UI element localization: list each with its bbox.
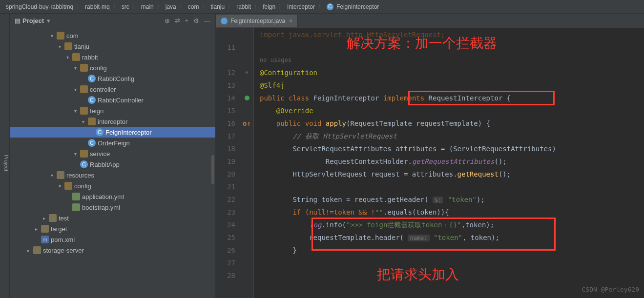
folder-icon xyxy=(49,214,57,222)
tree-item[interactable]: COrderFeign xyxy=(10,138,215,148)
class-icon xyxy=(221,18,228,24)
crumb[interactable]: com xyxy=(188,3,199,10)
tree-item[interactable]: ▸storage-server xyxy=(10,245,215,256)
folder-open-icon xyxy=(80,107,88,115)
locate-icon[interactable]: ⊕ xyxy=(165,17,170,24)
hide-icon[interactable]: — xyxy=(204,17,210,24)
class-icon: C xyxy=(80,160,88,168)
project-title: Project xyxy=(22,17,44,24)
expand-icon[interactable]: ⇄ xyxy=(175,17,180,24)
gutter-marks: ⊖o↑ xyxy=(240,28,254,298)
crumb[interactable]: main xyxy=(141,3,154,10)
tree-item[interactable]: ▾tianju xyxy=(10,41,215,52)
folder-open-icon xyxy=(72,53,80,61)
crumb[interactable]: tianju xyxy=(210,3,225,10)
crumb[interactable]: rabbit-mq xyxy=(85,3,110,10)
red-annotation-bottom: 把请求头加入 xyxy=(377,268,459,281)
tree-item[interactable]: CRabbitController xyxy=(10,95,215,105)
crumb[interactable]: java xyxy=(166,3,176,10)
folder-icon xyxy=(41,225,49,233)
code-area[interactable]: import javax.servlet.http.HttpServletReq… xyxy=(254,28,644,298)
settings-icon[interactable]: ⚙ xyxy=(193,17,199,24)
sidebar-header: ▤ Project ▾ ⊕ ⇄ ÷ ⚙ — xyxy=(10,14,215,28)
tree-item[interactable]: mpom.xml xyxy=(10,234,215,245)
module-icon: m xyxy=(41,236,49,243)
folder-open-icon xyxy=(57,32,64,40)
class-icon: C xyxy=(88,75,96,82)
folder-open-icon xyxy=(80,150,88,158)
editor-tab[interactable]: FeignInterceptor.java × xyxy=(216,15,298,27)
tab-label: FeignInterceptor.java xyxy=(230,18,285,24)
folder-open-icon xyxy=(64,42,72,50)
crumb[interactable]: rabbit xyxy=(236,3,251,10)
folder-open-icon xyxy=(80,64,88,72)
folder-open-icon xyxy=(64,182,72,190)
scrollbar[interactable] xyxy=(211,155,214,184)
tree-item[interactable]: ▾config xyxy=(10,62,215,73)
tree-item[interactable]: ▾controller xyxy=(10,84,215,95)
crumb[interactable]: feign xyxy=(263,3,275,10)
crumb[interactable]: FeignInterceptor xyxy=(336,3,379,10)
crumb[interactable]: springCloud-buy-rabbitmq xyxy=(6,3,73,10)
red-annotation-top: 解决方案：加一个拦截器 xyxy=(347,37,497,50)
crumb[interactable]: interceptor xyxy=(287,3,315,10)
tree-item[interactable]: ▸test xyxy=(10,213,215,223)
class-icon: C xyxy=(96,128,104,136)
tree-item[interactable]: application.yml xyxy=(10,191,215,202)
tree-item[interactable]: ▾feign xyxy=(10,105,215,116)
tree-item[interactable]: CFeignInterceptor xyxy=(10,127,215,138)
tree-item[interactable]: CRabbitConfig xyxy=(10,73,215,84)
tree-item[interactable]: ▾service xyxy=(10,148,215,159)
tree-item[interactable]: ▾config xyxy=(10,180,215,191)
folder-icon xyxy=(57,171,64,179)
watermark: CSDN @Perley620 xyxy=(582,283,639,296)
class-icon: C xyxy=(88,139,96,147)
folder-icon xyxy=(33,246,41,254)
crumb[interactable]: src xyxy=(122,3,129,10)
collapse-icon[interactable]: ÷ xyxy=(185,17,188,24)
yml-icon xyxy=(72,203,80,211)
close-icon[interactable]: × xyxy=(289,18,292,24)
tree-item[interactable]: ▾rabbit xyxy=(10,52,215,62)
red-highlight-header xyxy=(312,218,556,251)
no-usages-hint: no usages xyxy=(260,54,644,66)
project-sidebar: ▤ Project ▾ ⊕ ⇄ ÷ ⚙ — ▾com▾tianju▾rabbit… xyxy=(10,14,216,298)
tree-item[interactable]: bootstrap.yml xyxy=(10,202,215,213)
tree-item[interactable]: ▸target xyxy=(10,223,215,234)
class-icon: C xyxy=(327,3,333,10)
tree-item[interactable]: ▾resources xyxy=(10,170,215,180)
editor-panel: FeignInterceptor.java × 1112131415161718… xyxy=(216,14,644,298)
tree-item[interactable]: ▾com xyxy=(10,30,215,41)
project-tool-tab[interactable]: Project xyxy=(0,14,10,298)
folder-open-icon xyxy=(88,118,96,125)
red-highlight-implements xyxy=(408,91,555,105)
editor-tabs: FeignInterceptor.java × xyxy=(216,14,644,28)
tree-item[interactable]: CRabbitApp xyxy=(10,159,215,170)
breadcrumb: springCloud-buy-rabbitmq〉 rabbit-mq〉 src… xyxy=(0,0,644,14)
folder-open-icon xyxy=(80,85,88,93)
project-icon: ▤ xyxy=(15,17,21,24)
tree-item[interactable]: ▾interceptor xyxy=(10,116,215,127)
yml-icon xyxy=(72,193,80,200)
editor-body[interactable]: 111213141516171819202122232425262728 ⊖o↑… xyxy=(216,28,644,298)
gutter: 111213141516171819202122232425262728 xyxy=(216,28,240,298)
class-icon: C xyxy=(88,96,96,104)
project-tree[interactable]: ▾com▾tianju▾rabbit▾configCRabbitConfig▾c… xyxy=(10,28,215,298)
